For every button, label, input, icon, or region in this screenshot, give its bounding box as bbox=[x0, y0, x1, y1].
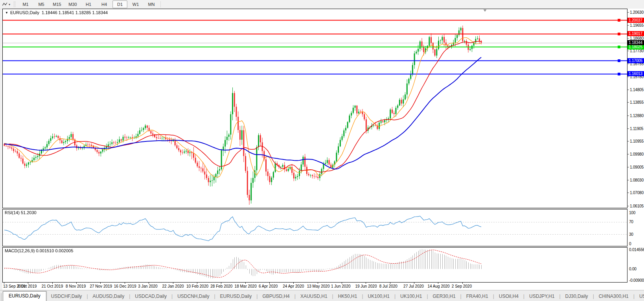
tick-dash bbox=[627, 25, 629, 26]
rsi-tick: 30 bbox=[627, 232, 644, 237]
timeframe-button-m5[interactable]: M5 bbox=[34, 0, 49, 8]
date-tick bbox=[149, 283, 149, 284]
timeframe-button-w1[interactable]: W1 bbox=[128, 0, 143, 8]
date-label: 2 Oct 2019 bbox=[17, 284, 37, 288]
level-price-label: 1.20037 bbox=[627, 18, 644, 23]
chart-tab-audusd-daily[interactable]: AUDUSD,Daily bbox=[88, 292, 129, 301]
date-label: 28 Feb 2020 bbox=[210, 284, 232, 288]
price-tick: 1.10955 bbox=[627, 139, 644, 143]
date-tick bbox=[342, 283, 342, 284]
date-tick bbox=[197, 283, 197, 284]
date-label: 24 Apr 2020 bbox=[283, 284, 304, 288]
date-tick bbox=[76, 283, 77, 284]
toolbar-grip[interactable] bbox=[14, 2, 15, 7]
macd-tick: -0.009003 bbox=[627, 278, 644, 283]
date-label: 22 Jan 2020 bbox=[162, 284, 184, 288]
date-tick bbox=[221, 283, 221, 284]
rsi-tick: 100 bbox=[627, 210, 644, 215]
chart-tab-fra40-h1[interactable]: FRA40,H1 bbox=[462, 292, 493, 301]
rsi-tick: 70 bbox=[627, 220, 644, 224]
timeframe-button-m1[interactable]: M1 bbox=[18, 0, 33, 8]
chart-tab-usdcnh-daily[interactable]: USDCNH,Daily bbox=[173, 292, 214, 301]
date-label: 2 Sep 2020 bbox=[452, 284, 472, 288]
date-tick bbox=[173, 283, 173, 284]
chevron-down-icon[interactable]: ▾ bbox=[9, 3, 10, 6]
date-tick bbox=[4, 283, 4, 284]
date-label: 27 Jul 2020 bbox=[403, 284, 424, 288]
level-price-label: 1.16013 bbox=[627, 71, 644, 76]
date-tick bbox=[414, 283, 414, 284]
price-tick: 1.09980 bbox=[627, 152, 644, 156]
date-label: 10 Feb 2020 bbox=[186, 284, 208, 288]
date-label: 8 Nov 2019 bbox=[66, 284, 86, 288]
chart-tab-eurusd-daily[interactable]: EURUSD,Daily bbox=[3, 291, 46, 301]
price-tick: 1.20630 bbox=[627, 10, 644, 15]
date-tick bbox=[462, 283, 463, 284]
chart-tab-uk100-h1[interactable]: UK100,H1 bbox=[363, 292, 394, 301]
chart-tab-ger30-h1[interactable]: GER30,H1 bbox=[428, 292, 460, 301]
date-tick bbox=[245, 283, 246, 284]
tick-dash bbox=[627, 116, 629, 116]
chart-tab-usoil-h4[interactable]: USOil,H4 bbox=[494, 292, 523, 301]
chart-tab-dj30-daily[interactable]: DJ30,Daily bbox=[561, 292, 593, 301]
price-tick: 1.06105 bbox=[627, 204, 644, 208]
chart-menu-icon[interactable]: ▼ bbox=[5, 11, 8, 15]
toolbar-separator bbox=[160, 1, 161, 7]
chart-line-icon[interactable] bbox=[1, 1, 8, 7]
chart-tab-hk50-h1[interactable]: HK50,H1 bbox=[333, 292, 362, 301]
tick-dash bbox=[627, 102, 629, 103]
macd-tick: 0.00 bbox=[627, 266, 644, 271]
rsi-canvas[interactable] bbox=[3, 209, 627, 246]
tick-dash bbox=[627, 167, 629, 167]
date-label: 3 Jan 2020 bbox=[138, 284, 158, 288]
tick-dash bbox=[627, 193, 629, 193]
price-chart-panel: ▼EURUSD,Daily 1.18446 1.18541 1.18285 1.… bbox=[2, 9, 627, 208]
chart-tab-usdcad-daily[interactable]: USDCAD,Daily bbox=[130, 292, 171, 301]
level-price-label: 1.17005 bbox=[627, 58, 644, 63]
timeframe-button-mn[interactable]: MN bbox=[144, 0, 159, 8]
price-tick: 1.11905 bbox=[627, 126, 644, 131]
date-tick bbox=[318, 283, 318, 284]
date-label: 16 Dec 2019 bbox=[114, 284, 136, 288]
chart-window: ▼EURUSD,Daily 1.18446 1.18541 1.18285 1.… bbox=[2, 9, 644, 290]
date-label: 6 Apr 2020 bbox=[259, 284, 278, 288]
timeframe-button-d1[interactable]: D1 bbox=[112, 0, 127, 8]
chart-tab-usoil-h1[interactable]: USOil,H1 bbox=[635, 292, 644, 301]
date-tick bbox=[52, 283, 53, 284]
timeframe-button-m15[interactable]: M15 bbox=[50, 0, 64, 8]
level-price-label: 1.19017 bbox=[627, 31, 644, 36]
tick-dash bbox=[627, 154, 629, 154]
chart-tab-gbpusd-h4[interactable]: GBPUSD,H4 bbox=[258, 292, 294, 301]
date-tick bbox=[438, 283, 438, 284]
tick-dash bbox=[627, 90, 629, 90]
date-label: 21 Oct 2019 bbox=[42, 284, 63, 288]
timeframe-button-m30[interactable]: M30 bbox=[65, 0, 80, 8]
chart-tab-xauusd-h1[interactable]: XAUUSD,H1 bbox=[296, 292, 332, 301]
timeframe-button-h1[interactable]: H1 bbox=[81, 0, 96, 8]
date-axis: 13 Sep 20192 Oct 201921 Oct 20198 Nov 20… bbox=[2, 283, 644, 290]
macd-panel: MACD(12,26,9) 0.001510 0.002005 bbox=[2, 247, 627, 283]
rsi-tick: 0 bbox=[627, 241, 644, 246]
chart-tab-china300-h1[interactable]: CHINA300,H1 bbox=[594, 292, 633, 301]
price-chart-canvas[interactable] bbox=[3, 9, 627, 208]
price-tick: 1.07080 bbox=[627, 191, 644, 195]
date-label: 19 Jun 2020 bbox=[355, 284, 377, 288]
chart-tab-eurusd-daily[interactable]: EURUSD,Daily bbox=[215, 292, 257, 301]
chart-tab-uk100-h1[interactable]: UK100,H1 bbox=[396, 292, 427, 301]
chart-tab-usdjpy-h1[interactable]: USDJPY,H1 bbox=[524, 292, 559, 301]
date-tick bbox=[269, 283, 270, 284]
price-tick: 1.09005 bbox=[627, 165, 644, 170]
macd-canvas[interactable] bbox=[3, 248, 627, 282]
timeframe-button-h4[interactable]: H4 bbox=[97, 0, 112, 8]
tabbar-grip[interactable] bbox=[1, 293, 2, 301]
timeframe-toolbar: ▾ M1M5M15M30H1H4D1W1MN bbox=[0, 0, 644, 9]
tick-dash bbox=[627, 141, 629, 141]
tick-dash bbox=[627, 206, 629, 206]
rsi-label: RSI(14) 51.2030 bbox=[5, 210, 37, 215]
date-tick bbox=[366, 283, 366, 284]
chart-tab-usdchf-daily[interactable]: USDCHF,Daily bbox=[46, 292, 87, 301]
date-label: 8 Jul 2020 bbox=[379, 284, 397, 288]
date-label: 27 Nov 2019 bbox=[90, 284, 112, 288]
macd-tick: 0.014556 bbox=[627, 248, 644, 252]
date-tick bbox=[28, 283, 28, 284]
